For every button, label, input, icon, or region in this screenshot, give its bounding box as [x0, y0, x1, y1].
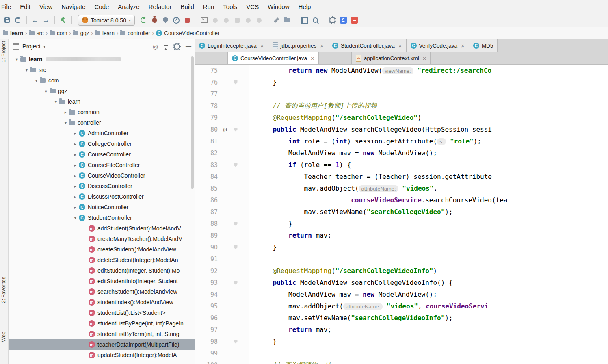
line-number[interactable]: 79 — [195, 114, 219, 121]
chevron-down-icon[interactable]: ▾ — [43, 44, 45, 49]
code-line-100[interactable]: 100 // 查询视频的path — [195, 359, 608, 364]
code-line-92[interactable]: 92 @RequestMapping("/searchCollegeVideoI… — [195, 265, 608, 277]
tree-item-com[interactable]: ▾com — [9, 75, 195, 86]
line-number[interactable]: 83 — [195, 161, 219, 169]
code-line-79[interactable]: 79 @RequestMapping("/searchCollegeVideo"… — [195, 112, 608, 124]
tree-item-learn[interactable]: ▾learn — [9, 54, 195, 65]
fold-marker-icon[interactable] — [234, 245, 238, 249]
run-configuration-selector[interactable]: Tomcat 8.0.50▾ — [78, 15, 135, 26]
line-number[interactable]: 85 — [195, 185, 219, 192]
expand-arrow-icon[interactable]: ▸ — [72, 205, 79, 210]
line-number[interactable]: 76 — [195, 79, 219, 86]
expand-arrow-icon[interactable]: ▸ — [72, 141, 79, 146]
line-number[interactable]: 84 — [195, 173, 219, 180]
collapse-arrow-icon[interactable]: ▾ — [72, 215, 79, 220]
expand-arrow-icon[interactable]: ▸ — [72, 162, 79, 167]
fold-marker-icon[interactable] — [234, 163, 238, 167]
tab-studentcontroller-java[interactable]: StudentController.java× — [328, 39, 407, 52]
tree-item-controller[interactable]: ▾controller — [9, 117, 195, 128]
tool-button-web[interactable]: Web — [1, 332, 6, 342]
tree-item-studentindex-modelandview[interactable]: studentIndex():ModelAndView — [9, 297, 195, 308]
tab-coursevideocontroller-java[interactable]: CourseVideoController.java× — [227, 52, 319, 64]
line-number[interactable]: 89 — [195, 232, 219, 239]
line-number[interactable]: 80 — [195, 126, 219, 133]
expand-arrow-icon[interactable]: ▸ — [72, 173, 79, 178]
line-number[interactable]: 75 — [195, 67, 219, 74]
menu-tools[interactable]: Tools — [219, 0, 242, 13]
line-number[interactable]: 100 — [195, 362, 219, 364]
hide-panel-icon[interactable]: — — [186, 43, 191, 50]
tab-applicationcontext-xml[interactable]: applicationContext.xml× — [351, 52, 431, 64]
collapse-arrow-icon[interactable]: ▾ — [62, 120, 69, 125]
breadcrumb-com[interactable]: com — [48, 30, 69, 36]
expand-arrow-icon[interactable]: ▸ — [72, 152, 79, 157]
synchronize-icon[interactable] — [13, 15, 24, 25]
collapse-arrow-icon[interactable]: ▾ — [23, 67, 30, 72]
collapse-all-icon[interactable] — [164, 45, 168, 48]
menu-view[interactable]: View — [35, 0, 57, 13]
tree-item-deletestudent-integer-modelan[interactable]: deleteStudent(Integer):ModelAn — [9, 255, 195, 265]
collapse-arrow-icon[interactable]: ▾ — [43, 89, 50, 93]
tree-item-learn[interactable]: ▾learn — [9, 96, 195, 107]
code-line-75[interactable]: 75 return new ModelAndView(viewName: "re… — [195, 65, 608, 76]
tree-item-addstudent-student-modelandv[interactable]: addStudent(Student):ModelAndV — [9, 223, 195, 234]
line-number[interactable]: 98 — [195, 338, 219, 345]
collapse-arrow-icon[interactable]: ▾ — [52, 99, 59, 104]
run-with-coverage-icon[interactable] — [160, 15, 171, 25]
code-line-90[interactable]: 90 } — [195, 241, 608, 253]
tab-md5[interactable]: MD5 — [469, 39, 498, 52]
expand-arrow-icon[interactable]: ▸ — [72, 131, 79, 136]
menu-code[interactable]: Code — [90, 0, 113, 13]
tree-item-noticecontroller[interactable]: ▸NoticeController — [9, 202, 195, 212]
line-number[interactable]: 96 — [195, 314, 219, 322]
code-line-83[interactable]: 83 if (role == 1) { — [195, 159, 608, 171]
code-line-96[interactable]: 96 mav.setViewName("searchCollegeVideoIn… — [195, 312, 608, 324]
close-tab-icon[interactable]: × — [398, 43, 402, 49]
close-tab-icon[interactable]: × — [320, 43, 324, 49]
plugin-orange-icon[interactable] — [349, 15, 360, 25]
line-number[interactable]: 82 — [195, 150, 219, 157]
code-line-85[interactable]: 85 mav.addObject(attributeName: "videos"… — [195, 182, 608, 194]
stop-icon[interactable] — [182, 15, 193, 25]
menu-edit[interactable]: Edit — [15, 0, 35, 13]
tab-verifycode-java[interactable]: VerifyCode.java× — [407, 39, 469, 52]
menu-build[interactable]: Build — [176, 0, 198, 13]
tree-item-gqz[interactable]: ▾gqz — [9, 86, 195, 96]
debug-icon[interactable] — [149, 15, 160, 25]
code-line-89[interactable]: 89 return mav; — [195, 230, 608, 241]
code-line-97[interactable]: 97 return mav; — [195, 324, 608, 336]
tool-button-1-project[interactable]: 1: Project — [1, 41, 6, 63]
tab-loginintecepter-java[interactable]: LoginIntecepter.java× — [195, 39, 268, 52]
tool-button-2-favorites[interactable]: 2: Favorites — [1, 277, 6, 303]
tree-item-searchstudent-modelandview[interactable]: searchStudent():ModelAndView — [9, 286, 195, 297]
tree-item-discusscontroller[interactable]: ▸DiscussController — [9, 181, 195, 191]
line-number[interactable]: 77 — [195, 91, 219, 98]
tree-item-admincontroller[interactable]: ▸AdminController — [9, 128, 195, 139]
menu-file[interactable]: File — [0, 0, 15, 13]
line-number[interactable]: 93 — [195, 279, 219, 286]
fold-marker-icon[interactable] — [234, 128, 238, 132]
profiler-icon[interactable] — [171, 15, 182, 25]
fold-marker-icon[interactable] — [234, 222, 238, 226]
code-line-77[interactable]: 77 — [195, 88, 608, 100]
line-number[interactable]: 91 — [195, 256, 219, 263]
menu-window[interactable]: Window — [263, 0, 294, 13]
code-line-93[interactable]: 93 public ModelAndView searchCollegeVide… — [195, 277, 608, 288]
breadcrumb-controller[interactable]: controller — [119, 30, 152, 36]
line-number[interactable]: 99 — [195, 350, 219, 357]
breadcrumb-coursevideocontroller[interactable]: CourseVideoController — [154, 30, 221, 36]
menu-analyze[interactable]: Analyze — [113, 0, 144, 13]
close-tab-icon[interactable]: × — [260, 43, 264, 49]
code-line-80[interactable]: 80@ public ModelAndView searchCollegeVid… — [195, 124, 608, 135]
line-number[interactable]: 90 — [195, 244, 219, 251]
tree-item-collegecontroller[interactable]: ▸CollegeController — [9, 139, 195, 149]
expand-arrow-icon[interactable]: ▸ — [62, 110, 69, 115]
code-line-99[interactable]: 99 — [195, 347, 608, 359]
run-icon[interactable] — [138, 15, 149, 25]
tree-item-coursecontroller[interactable]: ▸CourseController — [9, 149, 195, 160]
collapse-arrow-icon[interactable]: ▾ — [13, 57, 20, 62]
breadcrumb-src[interactable]: src — [28, 30, 45, 36]
close-tab-icon[interactable]: × — [461, 43, 465, 49]
build-project-icon[interactable] — [58, 15, 69, 25]
line-number[interactable]: 95 — [195, 303, 219, 310]
